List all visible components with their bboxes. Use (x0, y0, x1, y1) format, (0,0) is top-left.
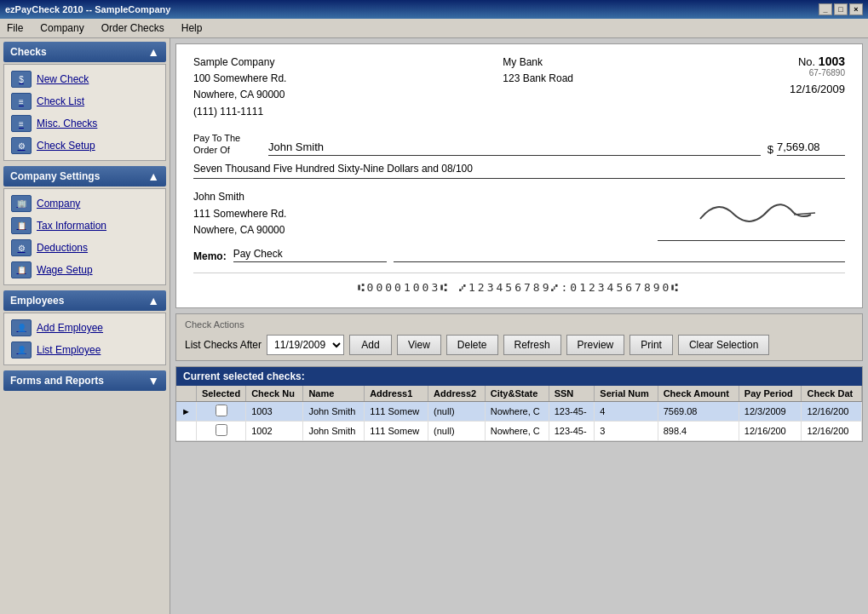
row-checkbox-1[interactable] (196, 402, 245, 422)
forms-section-label: Forms and Reports (10, 375, 104, 387)
employees-section-label: Employees (10, 295, 64, 307)
serial-num-2: 3 (595, 422, 658, 441)
address1-2: 111 Somew (365, 422, 428, 441)
company-section-label: Company Settings (10, 170, 100, 182)
check-date: 12/16/2009 (790, 83, 845, 95)
close-button[interactable]: × (849, 3, 863, 15)
company-toggle-icon[interactable]: ▲ (147, 169, 159, 183)
minimize-button[interactable]: _ (819, 3, 832, 15)
checkbox-2[interactable] (216, 424, 227, 436)
check-setup-icon: ⚙ (11, 137, 32, 154)
col-serial-num: Serial Num (595, 386, 658, 402)
company-icon: 🏢 (11, 195, 32, 212)
deductions-icon: ⚙ (11, 239, 32, 256)
misc-checks-icon: ≡ (11, 115, 32, 132)
preview-button[interactable]: Preview (566, 335, 625, 355)
sidebar-item-wage-setup[interactable]: 📋 Wage Setup (8, 259, 162, 281)
dollar-sign: $ (767, 143, 773, 156)
memo-line-filler (394, 261, 845, 262)
forms-section-header[interactable]: Forms and Reports ▼ (3, 370, 166, 391)
company-section-header[interactable]: Company Settings ▲ (3, 166, 166, 186)
bank-address: 123 Bank Road (503, 71, 573, 87)
ssn-2: 123-45- (549, 422, 595, 441)
employees-toggle-icon[interactable]: ▲ (147, 294, 159, 307)
forms-toggle-icon[interactable]: ▼ (147, 374, 159, 387)
sidebar-item-check-setup[interactable]: ⚙ Check Setup (8, 135, 162, 157)
window-controls[interactable]: _ □ × (819, 3, 863, 15)
check-top: Sample Company 100 Somewhere Rd. Nowhere… (193, 55, 845, 120)
company-phone: (111) 111-1111 (193, 104, 286, 120)
col-pay-period: Pay Period (739, 386, 802, 402)
menu-company[interactable]: Company (37, 20, 87, 36)
check-address-sig: John Smith 111 Somewhere Rd. Nowhere, CA… (193, 189, 845, 241)
pay-to-label: Pay To TheOrder Of (193, 132, 262, 157)
serial-num-1: 4 (595, 402, 658, 422)
memo-label: Memo: (193, 250, 227, 262)
sidebar-item-check-list[interactable]: ≡ Check List (8, 90, 162, 112)
deductions-label: Deductions (37, 242, 88, 254)
misc-checks-label: Misc. Checks (37, 118, 97, 129)
employees-section-header[interactable]: Employees ▲ (3, 290, 166, 311)
col-address2: Address2 (428, 386, 486, 402)
row-checkbox-2[interactable] (196, 422, 245, 441)
col-city-state: City&State (485, 386, 549, 402)
micr-text: ⑆00001003⑆ ⑇123456789⑇:01234567890⑆ (358, 281, 681, 294)
sidebar-item-tax-information[interactable]: 📋 Tax Information (8, 215, 162, 237)
table-row[interactable]: ► 1003 John Smith 111 Somew (null) Nowhe… (176, 402, 862, 422)
ssn-1: 123-45- (549, 402, 595, 422)
payee-addr3: Nowhere, CA 90000 (193, 222, 286, 238)
menu-file[interactable]: File (3, 20, 26, 36)
name-2: John Smith (303, 422, 365, 441)
actions-row: List Checks After 11/19/2009 11/01/2009 … (185, 335, 854, 355)
col-check-num: Check Nu (246, 386, 303, 402)
check-actions-title: Check Actions (185, 319, 854, 330)
company-address2: Nowhere, CA 90000 (193, 87, 286, 103)
date-select[interactable]: 11/19/2009 11/01/2009 10/01/2009 (267, 335, 344, 355)
sidebar-item-company[interactable]: 🏢 Company (8, 192, 162, 215)
col-ssn: SSN (549, 386, 595, 402)
add-button[interactable]: Add (349, 335, 392, 355)
sidebar-item-misc-checks[interactable]: ≡ Misc. Checks (8, 112, 162, 135)
pay-to-row: Pay To TheOrder Of John Smith $ 7,569.08 (193, 132, 845, 157)
sidebar: Checks ▲ $ New Check ≡ Check List ≡ Misc… (0, 38, 170, 614)
checks-toggle-icon[interactable]: ▲ (147, 45, 159, 59)
checks-section-header[interactable]: Checks ▲ (3, 42, 166, 62)
sidebar-item-deductions[interactable]: ⚙ Deductions (8, 237, 162, 259)
content-area: Sample Company 100 Somewhere Rd. Nowhere… (170, 38, 868, 614)
payee-name: John Smith (268, 141, 761, 156)
table-row[interactable]: 1002 John Smith 111 Somew (null) Nowhere… (176, 422, 862, 441)
wage-label: Wage Setup (37, 264, 93, 276)
menu-order-checks[interactable]: Order Checks (98, 20, 168, 36)
employees-section-content: 👤 Add Employee 👤 List Employee (3, 313, 166, 365)
delete-button[interactable]: Delete (446, 335, 498, 355)
checkbox-1[interactable] (216, 405, 227, 416)
amount-area: $ 7,569.08 (767, 141, 845, 156)
check-number-area: No. 1003 67-76890 12/16/2009 (790, 55, 845, 120)
check-num-2: 1002 (246, 422, 303, 441)
sidebar-item-new-check[interactable]: $ New Check (8, 68, 162, 90)
address2-2: (null) (428, 422, 486, 441)
maximize-button[interactable]: □ (834, 3, 848, 15)
list-employee-label: List Employee (37, 344, 101, 356)
signature-svg (683, 189, 819, 232)
city-state-2: Nowhere, C (485, 422, 549, 441)
view-button[interactable]: View (397, 335, 441, 355)
refresh-button[interactable]: Refresh (503, 335, 561, 355)
sidebar-item-list-employee[interactable]: 👤 List Employee (8, 339, 162, 361)
check-number-label-area: No. 1003 (790, 55, 845, 68)
print-button[interactable]: Print (629, 335, 673, 355)
list-checks-after-label: List Checks After (185, 339, 262, 351)
table-header-row: Selected Check Nu Name Address1 Address2… (176, 386, 862, 402)
menu-help[interactable]: Help (178, 20, 206, 36)
clear-selection-button[interactable]: Clear Selection (678, 335, 769, 355)
company-info: Sample Company 100 Somewhere Rd. Nowhere… (193, 55, 286, 120)
address2-1: (null) (428, 402, 486, 422)
checks-table-section: Current selected checks: Selected Check … (175, 366, 863, 442)
row-arrow-1: ► (176, 402, 196, 422)
new-check-icon: $ (11, 71, 32, 88)
sidebar-item-add-employee[interactable]: 👤 Add Employee (8, 317, 162, 339)
check-list-label: Check List (37, 95, 84, 107)
checks-table: Selected Check Nu Name Address1 Address2… (176, 386, 862, 441)
company-label: Company (37, 198, 80, 209)
row-arrow-2 (176, 422, 196, 441)
